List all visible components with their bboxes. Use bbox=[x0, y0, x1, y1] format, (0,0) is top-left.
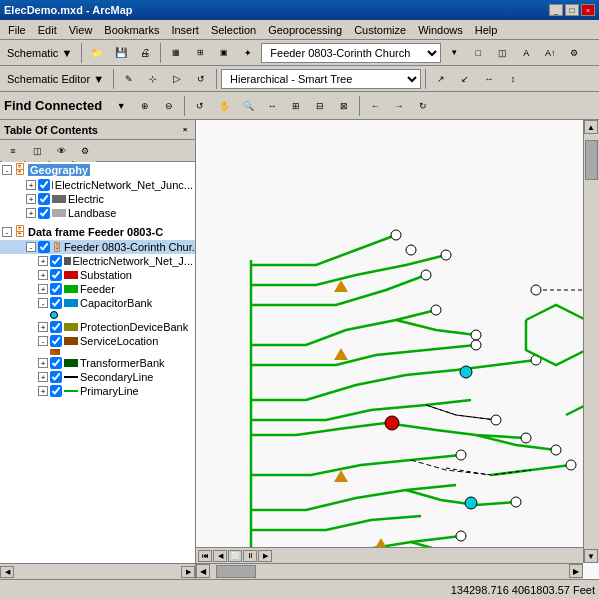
nav-icon-3[interactable]: ↔ bbox=[478, 68, 500, 90]
toc-primaryline[interactable]: + PrimaryLine bbox=[0, 384, 195, 398]
menu-view[interactable]: View bbox=[63, 22, 99, 38]
schematic-dropdown-btn[interactable]: Schematic ▼ bbox=[2, 42, 77, 64]
toc-protectiondevice[interactable]: + ProtectionDeviceBank bbox=[0, 320, 195, 334]
toc-list-btn[interactable]: ≡ bbox=[2, 140, 24, 162]
editor-icon-4[interactable]: ↺ bbox=[190, 68, 212, 90]
tb-icon-3[interactable]: ▣ bbox=[213, 42, 235, 64]
tb-icon-2[interactable]: ⊞ bbox=[189, 42, 211, 64]
tb-icon-1[interactable]: ▦ bbox=[165, 42, 187, 64]
sec-expand[interactable]: + bbox=[38, 372, 48, 382]
electric-checkbox[interactable] bbox=[38, 193, 50, 205]
open-btn[interactable]: 📁 bbox=[86, 42, 108, 64]
feeder0803-expand[interactable]: - bbox=[26, 242, 36, 252]
feeder-expand[interactable]: + bbox=[38, 284, 48, 294]
maximize-button[interactable]: □ bbox=[565, 4, 579, 16]
map-panel[interactable]: ▲ ▼ ◀ ▶ ⏮ ◀ ⬜ ⏸ ▶ bbox=[196, 120, 599, 579]
fc-icon-8[interactable]: ⊞ bbox=[285, 95, 307, 117]
pri-expand[interactable]: + bbox=[38, 386, 48, 396]
dataframe-expand[interactable]: - bbox=[2, 227, 12, 237]
prot-checkbox[interactable] bbox=[50, 321, 62, 333]
tb-icon-8[interactable]: A↑ bbox=[539, 42, 561, 64]
fc-icon-4[interactable]: ↺ bbox=[189, 95, 211, 117]
toc-scroll-right[interactable]: ▶ bbox=[181, 566, 195, 578]
menu-windows[interactable]: Windows bbox=[412, 22, 469, 38]
save-btn[interactable]: 💾 bbox=[110, 42, 132, 64]
landbase-checkbox[interactable] bbox=[38, 207, 50, 219]
dropdown-arrow[interactable]: ▼ bbox=[443, 42, 465, 64]
pri-checkbox[interactable] bbox=[50, 385, 62, 397]
editor-icon-2[interactable]: ⊹ bbox=[142, 68, 164, 90]
tb-icon-4[interactable]: ✦ bbox=[237, 42, 259, 64]
fc-icon-3[interactable]: ⊖ bbox=[158, 95, 180, 117]
feeder-dropdown[interactable]: Feeder 0803-Corinth Church bbox=[261, 43, 441, 63]
map-scrollbar-vertical[interactable]: ▲ ▼ bbox=[583, 120, 599, 563]
feeder-checkbox[interactable] bbox=[50, 283, 62, 295]
window-controls[interactable]: _ □ × bbox=[549, 4, 595, 16]
toc-capacitorbank[interactable]: - CapacitorBank bbox=[0, 296, 195, 310]
tb-icon-5[interactable]: □ bbox=[467, 42, 489, 64]
menu-file[interactable]: File bbox=[2, 22, 32, 38]
close-button[interactable]: × bbox=[581, 4, 595, 16]
substation-checkbox[interactable] bbox=[50, 269, 62, 281]
editor-icon-1[interactable]: ✎ bbox=[118, 68, 140, 90]
play-begin[interactable]: ⏮ bbox=[198, 550, 212, 562]
cap-expand[interactable]: - bbox=[38, 298, 48, 308]
fc-icon-13[interactable]: ↻ bbox=[412, 95, 434, 117]
menu-geoprocessing[interactable]: Geoprocessing bbox=[262, 22, 348, 38]
toc-feeder-0803[interactable]: - 🗄 Feeder 0803-Corinth Chur... bbox=[0, 240, 195, 254]
toc-dataframe-group[interactable]: - 🗄 Data frame Feeder 0803-C bbox=[0, 224, 195, 240]
toc-landbase[interactable]: + Landbase bbox=[0, 206, 195, 220]
toc-options-btn[interactable]: ⚙ bbox=[74, 140, 96, 162]
trans-checkbox[interactable] bbox=[50, 357, 62, 369]
toc-feeder[interactable]: + Feeder bbox=[0, 282, 195, 296]
tb-icon-7[interactable]: A bbox=[515, 42, 537, 64]
toc-electricnetwork-junc[interactable]: + ElectricNetwork_Net_Junc... bbox=[0, 178, 195, 192]
feeder0803-checkbox[interactable] bbox=[38, 241, 50, 253]
tree-dropdown[interactable]: Hierarchical - Smart Tree bbox=[221, 69, 421, 89]
map-scrollbar-horizontal[interactable]: ◀ ▶ bbox=[196, 563, 583, 579]
tb-icon-6[interactable]: ◫ bbox=[491, 42, 513, 64]
svc-checkbox[interactable] bbox=[50, 335, 62, 347]
toc-substation[interactable]: + Substation bbox=[0, 268, 195, 282]
en-net-j-expand[interactable]: + bbox=[38, 256, 48, 266]
fc-icon-6[interactable]: 🔍 bbox=[237, 95, 259, 117]
electric-expand[interactable]: + bbox=[26, 194, 36, 204]
toc-geography-group[interactable]: - 🗄 Geography bbox=[0, 162, 195, 178]
tb-icon-9[interactable]: ⚙ bbox=[563, 42, 585, 64]
en-net-j-checkbox[interactable] bbox=[50, 255, 62, 267]
play-prev[interactable]: ◀ bbox=[213, 550, 227, 562]
toc-transformerbank[interactable]: + TransformerBank bbox=[0, 356, 195, 370]
scrollbar-thumb-v[interactable] bbox=[585, 140, 598, 180]
fc-icon-11[interactable]: ← bbox=[364, 95, 386, 117]
fc-icon-12[interactable]: → bbox=[388, 95, 410, 117]
play-next[interactable]: ▶ bbox=[258, 550, 272, 562]
nav-icon-2[interactable]: ↙ bbox=[454, 68, 476, 90]
fc-icon-10[interactable]: ⊠ bbox=[333, 95, 355, 117]
nav-icon-4[interactable]: ↕ bbox=[502, 68, 524, 90]
fc-icon-7[interactable]: ↔ bbox=[261, 95, 283, 117]
minimize-button[interactable]: _ bbox=[549, 4, 563, 16]
menu-bookmarks[interactable]: Bookmarks bbox=[98, 22, 165, 38]
toc-source-btn[interactable]: ◫ bbox=[26, 140, 48, 162]
landbase-expand[interactable]: + bbox=[26, 208, 36, 218]
toc-secondaryline[interactable]: + SecondaryLine bbox=[0, 370, 195, 384]
toc-servicelocation[interactable]: - ServiceLocation bbox=[0, 334, 195, 348]
en-junc-checkbox[interactable] bbox=[38, 179, 50, 191]
svc-expand[interactable]: - bbox=[38, 336, 48, 346]
fc-icon-9[interactable]: ⊟ bbox=[309, 95, 331, 117]
fc-icon-1[interactable]: ▼ bbox=[110, 95, 132, 117]
sec-checkbox[interactable] bbox=[50, 371, 62, 383]
toc-scroll-left[interactable]: ◀ bbox=[0, 566, 14, 578]
print-btn[interactable]: 🖨 bbox=[134, 42, 156, 64]
en-junc-expand[interactable]: + bbox=[26, 180, 36, 190]
editor-icon-3[interactable]: ▷ bbox=[166, 68, 188, 90]
nav-icon-1[interactable]: ↗ bbox=[430, 68, 452, 90]
menu-customize[interactable]: Customize bbox=[348, 22, 412, 38]
toc-display-btn[interactable]: 👁 bbox=[50, 140, 72, 162]
menu-edit[interactable]: Edit bbox=[32, 22, 63, 38]
fc-icon-2[interactable]: ⊕ bbox=[134, 95, 156, 117]
geography-expand[interactable]: - bbox=[2, 165, 12, 175]
toc-en-net-j[interactable]: + ElectricNetwork_Net_J... bbox=[0, 254, 195, 268]
menu-insert[interactable]: Insert bbox=[165, 22, 205, 38]
trans-expand[interactable]: + bbox=[38, 358, 48, 368]
